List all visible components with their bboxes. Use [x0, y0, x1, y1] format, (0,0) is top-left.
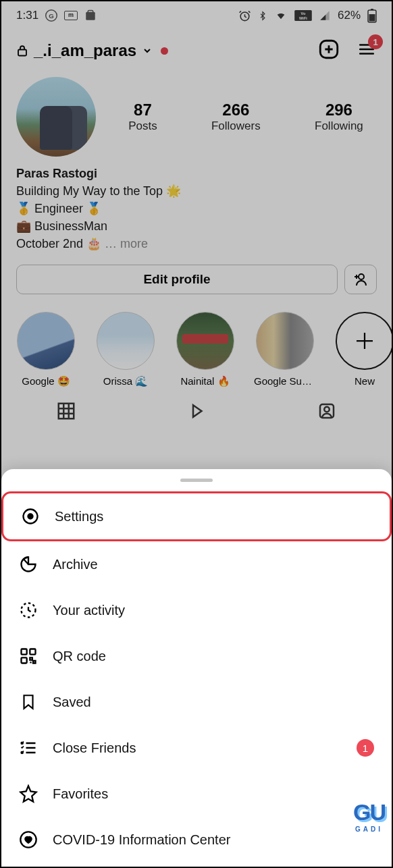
svg-rect-10 [369, 14, 375, 22]
profile-avatar[interactable] [16, 77, 96, 157]
followers-count: 266 [211, 101, 261, 119]
add-person-icon [352, 271, 369, 288]
menu-close-friends[interactable]: Close Friends 1 [1, 725, 392, 771]
hamburger-menu-button[interactable]: 1 [357, 40, 377, 61]
menu-label: Saved [53, 695, 91, 710]
menu-saved[interactable]: Saved [1, 679, 392, 725]
profile-tabs [1, 393, 392, 421]
highlight-item[interactable]: Nainital 🔥 [174, 312, 236, 387]
close-friends-badge: 1 [357, 739, 374, 757]
highlight-label: Orissa 🌊 [95, 375, 157, 387]
status-bar: 1:31 G m VoWiFi 62% [1, 1, 392, 26]
highlight-item[interactable]: Orissa 🌊 [95, 312, 157, 387]
menu-label: Archive [53, 557, 98, 572]
signal-icon [319, 10, 331, 21]
create-button[interactable] [317, 38, 340, 63]
battery-text: 62% [338, 9, 361, 22]
plus-box-icon [317, 38, 340, 61]
menu-favorites[interactable]: Favorites [1, 771, 392, 817]
status-time: 1:31 [16, 9, 38, 22]
menu-qr[interactable]: QR code [1, 633, 392, 679]
highlight-cover [176, 312, 234, 370]
menu-covid[interactable]: COVID-19 Information Center [1, 817, 392, 863]
bio-more[interactable]: … more [105, 237, 148, 250]
following-count: 296 [315, 101, 363, 119]
alarm-icon [238, 9, 251, 22]
battery-icon [367, 8, 377, 23]
m-icon: m [64, 11, 78, 20]
highlight-label: Google 🤩 [15, 375, 77, 387]
heart-circle-icon [19, 830, 38, 849]
menu-label: COVID-19 Information Center [53, 832, 230, 848]
discover-people-button[interactable] [344, 265, 377, 294]
activity-icon [19, 601, 38, 620]
bio-section: Paras Rastogi Building My Way to the Top… [1, 162, 392, 259]
bio-line: October 2nd 🎂 [16, 237, 101, 250]
tagged-tab-icon[interactable] [317, 401, 337, 421]
highlight-label: Google Summi... [254, 375, 316, 387]
vowifi-icon: VoWiFi [294, 10, 312, 21]
posts-stat[interactable]: 87 Posts [128, 101, 157, 133]
highlight-item[interactable]: Google 🤩 [15, 312, 77, 387]
svg-point-24 [22, 752, 23, 753]
highlights-row[interactable]: Google 🤩 Orissa 🌊 Nainital 🔥 Google Summ… [1, 300, 392, 393]
following-stat[interactable]: 296 Following [315, 101, 363, 133]
bluetooth-icon [258, 9, 267, 22]
highlight-cover [97, 312, 155, 370]
menu-label: Your activity [53, 603, 125, 618]
chevron-down-icon [142, 45, 153, 56]
posts-count: 87 [128, 101, 157, 119]
menu-activity[interactable]: Your activity [1, 587, 392, 633]
bio-line: Building My Way to the Top 🌟 [16, 182, 377, 200]
highlight-new-circle [336, 312, 392, 370]
profile-header: _.i_am_paras 1 [1, 26, 392, 70]
close-friends-icon [19, 738, 38, 757]
star-icon [19, 784, 38, 803]
svg-text:G: G [49, 12, 54, 20]
svg-text:Vo: Vo [301, 11, 306, 16]
archive-icon [19, 555, 38, 574]
svg-rect-14 [59, 404, 74, 419]
following-label: Following [315, 119, 363, 133]
svg-rect-20 [22, 649, 27, 655]
highlight-cover [17, 312, 75, 370]
bio-line: 💼 BusinessMan [16, 217, 377, 235]
menu-archive[interactable]: Archive [1, 541, 392, 587]
reels-tab-icon[interactable] [186, 401, 207, 421]
watermark: GU GADI [353, 799, 385, 833]
highlight-item[interactable]: Google Summi... [254, 312, 316, 387]
svg-point-16 [324, 407, 330, 412]
posts-label: Posts [128, 119, 157, 133]
grid-tab-icon[interactable] [56, 401, 76, 421]
svg-text:WiFi: WiFi [299, 16, 307, 20]
menu-settings[interactable]: Settings [1, 491, 392, 541]
highlight-label: Nainital 🔥 [174, 375, 236, 387]
username-selector[interactable]: _.i_am_paras [16, 41, 168, 60]
highlight-label: New [334, 375, 392, 387]
menu-label: QR code [53, 649, 106, 664]
menu-badge: 1 [368, 34, 383, 49]
sheet-handle[interactable] [180, 479, 213, 482]
menu-label: Close Friends [53, 740, 136, 756]
notification-dot [161, 47, 168, 55]
followers-stat[interactable]: 266 Followers [211, 101, 261, 133]
svg-point-23 [22, 742, 23, 744]
followers-label: Followers [211, 119, 261, 133]
bookmark-icon [19, 693, 38, 711]
svg-rect-11 [18, 50, 26, 56]
svg-rect-3 [88, 11, 93, 13]
highlight-cover [256, 312, 314, 370]
highlight-new[interactable]: New [334, 312, 392, 387]
wifi-icon [274, 10, 288, 21]
flipkart-icon [84, 9, 97, 22]
svg-rect-21 [30, 649, 35, 655]
menu-label: Favorites [53, 786, 108, 802]
lock-icon [16, 44, 28, 57]
edit-profile-button[interactable]: Edit profile [16, 265, 338, 294]
bio-line: 🥇 Engineer 🥇 [16, 200, 377, 217]
menu-sheet: Settings Archive Your activity QR code S… [1, 469, 392, 867]
svg-point-13 [359, 274, 364, 279]
profile-info: 87 Posts 266 Followers 296 Following [1, 70, 392, 162]
menu-label: Settings [55, 509, 103, 524]
svg-rect-9 [371, 9, 373, 10]
